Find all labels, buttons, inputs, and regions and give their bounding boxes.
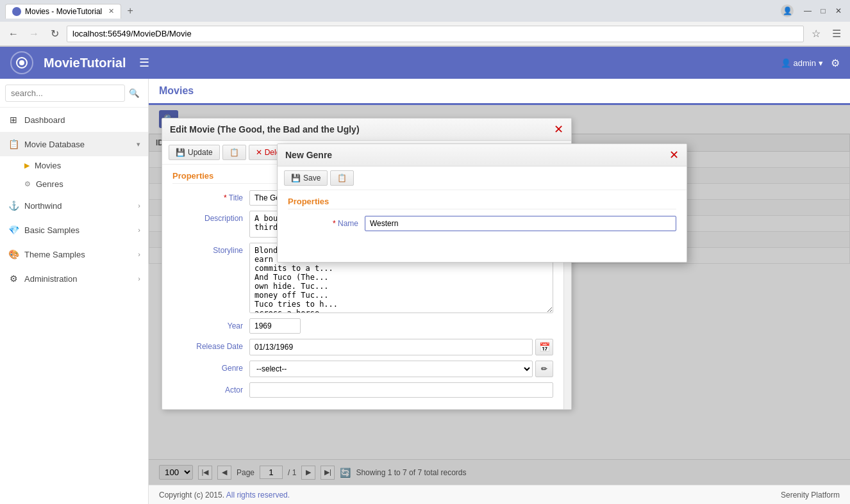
address-bar[interactable] bbox=[67, 26, 804, 42]
content-body: 🔍 ID Minutes 139 154 175 bbox=[149, 105, 850, 485]
chevron-right-icon: › bbox=[138, 250, 140, 258]
browser-titlebar: Movies - MovieTutorial ✕ + 👤 — □ ✕ bbox=[0, 0, 850, 22]
refresh-btn[interactable]: ↻ bbox=[46, 26, 63, 42]
chevron-right-icon: › bbox=[138, 275, 140, 282]
film-icon: ▶ bbox=[24, 161, 29, 170]
sidebar-item-label: Movie Database bbox=[24, 140, 131, 149]
genre-wrapper: --select-- ✏ bbox=[249, 361, 553, 377]
browser-menu-btn[interactable]: ☰ bbox=[828, 26, 845, 42]
northwind-icon: ⚓ bbox=[8, 200, 19, 211]
release-date-input[interactable] bbox=[249, 339, 533, 355]
sidebar-item-dashboard[interactable]: ⊞ Dashboard bbox=[0, 108, 148, 132]
forward-btn[interactable]: → bbox=[26, 26, 42, 42]
window-user-icon: 👤 bbox=[781, 4, 794, 17]
sidebar-item-movie-database[interactable]: 📋 Movie Database ▾ bbox=[0, 132, 148, 156]
year-input[interactable] bbox=[249, 318, 301, 334]
window-maximize-btn[interactable]: □ bbox=[817, 4, 829, 17]
sidebar-item-administration[interactable]: ⚙ Administration › bbox=[0, 266, 148, 291]
sidebar-item-label: Northwind bbox=[24, 201, 133, 211]
new-genre-modal: New Genre ✕ 💾 Save 📋 Properties bbox=[277, 143, 687, 263]
footer-copyright: Copyright (c) 2015. All rights reserved. bbox=[159, 491, 290, 500]
genre-modal-title: New Genre bbox=[285, 150, 332, 160]
app-title: MovieTutorial bbox=[44, 56, 126, 70]
storyline-label: Storyline bbox=[172, 243, 249, 255]
genre-properties-title: Properties bbox=[288, 197, 676, 209]
basic-samples-icon: 💎 bbox=[8, 224, 19, 236]
app-footer: Copyright (c) 2015. All rights reserved.… bbox=[149, 485, 850, 504]
genre-save-btn[interactable]: 💾 Save bbox=[284, 170, 328, 186]
user-icon: 👤 bbox=[781, 58, 791, 68]
genre-save-label: Save bbox=[303, 174, 321, 183]
sidebar-item-northwind[interactable]: ⚓ Northwind › bbox=[0, 193, 148, 218]
tab-close-btn[interactable]: ✕ bbox=[108, 7, 114, 15]
genre-modal-toolbar: 💾 Save 📋 bbox=[278, 167, 687, 190]
sidebar-item-label: Basic Samples bbox=[24, 225, 133, 235]
main-layout: 🔍 ⊞ Dashboard 📋 Movie Database ▾ ▶ Movie… bbox=[0, 79, 850, 504]
save-icon: 💾 bbox=[176, 148, 185, 157]
genre-select[interactable]: --select-- bbox=[249, 361, 533, 377]
app-logo bbox=[10, 51, 33, 74]
edit-extra-btn[interactable]: 📋 bbox=[222, 145, 246, 160]
sidebar-sub-item-label: Movies bbox=[35, 161, 61, 170]
sidebar-item-basic-samples[interactable]: 💎 Basic Samples › bbox=[0, 218, 148, 242]
genre-modal-header: New Genre ✕ bbox=[278, 144, 687, 167]
description-label: Description bbox=[172, 211, 249, 223]
browser-chrome: Movies - MovieTutorial ✕ + 👤 — □ ✕ ← → ↻… bbox=[0, 0, 850, 47]
chevron-down-icon: ▾ bbox=[137, 140, 140, 149]
edit-modal-header: Edit Movie (The Good, the Bad and the Ug… bbox=[162, 118, 571, 141]
actor-label: Actor bbox=[172, 382, 249, 394]
genre-modal-body: Properties * Name bbox=[278, 190, 687, 262]
search-btn[interactable]: 🔍 bbox=[125, 84, 143, 102]
movie-database-icon: 📋 bbox=[8, 138, 19, 150]
sidebar-item-label: Theme Samples bbox=[24, 250, 133, 259]
genre-save-icon: 💾 bbox=[291, 174, 301, 183]
release-date-label: Release Date bbox=[172, 339, 249, 351]
new-tab-btn[interactable]: + bbox=[121, 3, 139, 19]
search-input[interactable] bbox=[5, 85, 125, 102]
genre-icon: ⚙ bbox=[24, 180, 31, 188]
browser-toolbar: ← → ↻ ☆ ☰ bbox=[0, 22, 850, 46]
svg-point-1 bbox=[19, 60, 24, 65]
browser-tab[interactable]: Movies - MovieTutorial ✕ bbox=[5, 4, 121, 19]
tab-title: Movies - MovieTutorial bbox=[25, 7, 102, 16]
footer-rights-link[interactable]: All rights reserved. bbox=[226, 491, 290, 500]
genre-extra-btn[interactable]: 📋 bbox=[330, 170, 354, 186]
actor-input[interactable] bbox=[249, 382, 553, 398]
required-star: * bbox=[224, 193, 227, 202]
genre-modal-close-btn[interactable]: ✕ bbox=[669, 149, 679, 161]
window-minimize-btn[interactable]: — bbox=[801, 4, 814, 17]
app-header: MovieTutorial ☰ 👤 admin ▾ ⚙ bbox=[0, 47, 850, 79]
header-right: 👤 admin ▾ ⚙ bbox=[781, 57, 840, 69]
sidebar-item-theme-samples[interactable]: 🎨 Theme Samples › bbox=[0, 242, 148, 266]
theme-icon: 🎨 bbox=[8, 248, 19, 260]
sidebar-item-genres[interactable]: ⚙ Genres bbox=[0, 175, 148, 193]
update-btn[interactable]: 💾 Update bbox=[169, 145, 220, 160]
genre-extra-icon: 📋 bbox=[337, 174, 347, 183]
genre-name-input[interactable] bbox=[365, 216, 676, 231]
date-picker-btn[interactable]: 📅 bbox=[535, 339, 553, 355]
content-area: Movies 🔍 ID Minutes 1 bbox=[149, 79, 850, 504]
release-date-wrapper: 📅 bbox=[249, 339, 553, 355]
window-close-btn[interactable]: ✕ bbox=[832, 4, 845, 17]
extra-icon: 📋 bbox=[229, 148, 239, 157]
sidebar-sub-item-label: Genres bbox=[36, 179, 63, 189]
year-row: Year bbox=[172, 318, 553, 334]
bookmark-btn[interactable]: ☆ bbox=[808, 26, 824, 42]
back-btn[interactable]: ← bbox=[5, 26, 22, 42]
chevron-right-icon: › bbox=[138, 226, 140, 234]
genre-name-label: * Name bbox=[288, 216, 365, 228]
edit-modal-title: Edit Movie (The Good, the Bad and the Ug… bbox=[170, 124, 360, 134]
edit-modal-close-btn[interactable]: ✕ bbox=[554, 124, 563, 135]
release-date-row: Release Date 📅 bbox=[172, 339, 553, 355]
dashboard-icon: ⊞ bbox=[8, 114, 19, 126]
hamburger-btn[interactable]: ☰ bbox=[137, 53, 152, 72]
sidebar-item-movies[interactable]: ▶ Movies bbox=[0, 156, 148, 175]
actor-row: Actor bbox=[172, 382, 553, 398]
tab-favicon bbox=[12, 7, 21, 16]
chevron-right-icon: › bbox=[138, 202, 140, 209]
user-menu-btn[interactable]: 👤 admin ▾ bbox=[781, 58, 823, 68]
share-btn[interactable]: ⚙ bbox=[831, 57, 840, 69]
app-wrapper: MovieTutorial ☰ 👤 admin ▾ ⚙ 🔍 ⊞ Dashboar… bbox=[0, 47, 850, 504]
genre-add-btn[interactable]: ✏ bbox=[535, 361, 553, 377]
delete-icon: ✕ bbox=[256, 148, 262, 157]
